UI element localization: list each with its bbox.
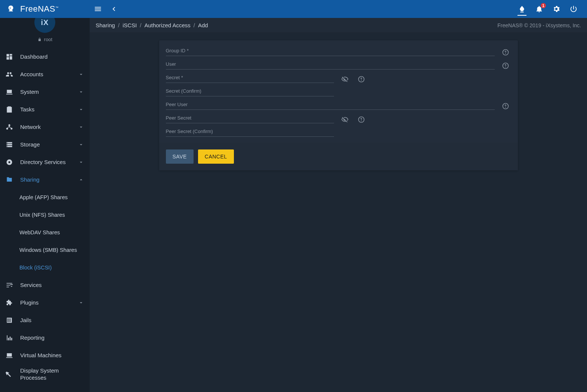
sidebar-item-dashboard[interactable]: Dashboard — [0, 48, 90, 65]
sidebar-item-label: System — [20, 89, 71, 95]
field-row-user: User — [166, 58, 511, 71]
theme-icon[interactable] — [518, 4, 526, 13]
save-button[interactable]: SAVE — [166, 149, 194, 164]
sidebar-item-network[interactable]: Network — [0, 118, 90, 136]
svg-point-1 — [9, 161, 10, 163]
brand-name: FreeNAS™ — [20, 4, 58, 14]
field-label: Peer Secret — [166, 114, 334, 123]
sidebar-subitem-label: Windows (SMB) Shares — [19, 247, 77, 253]
sidebar-item-system[interactable]: System — [0, 83, 90, 101]
topbar-right-controls: 1 — [518, 4, 583, 13]
sharing-icon — [5, 176, 13, 184]
help-icon[interactable] — [500, 62, 511, 70]
chevron-left-icon[interactable] — [109, 4, 118, 13]
plugins-icon — [5, 299, 13, 307]
avatar: iX — [34, 18, 55, 33]
help-icon[interactable] — [356, 116, 367, 123]
brand-logo-icon — [4, 3, 17, 15]
cancel-button[interactable]: CANCEL — [198, 149, 234, 164]
field-row-secret: Secret * — [166, 71, 511, 84]
reporting-icon — [5, 334, 13, 342]
sidebar-subitem-smb[interactable]: Windows (SMB) Shares — [0, 241, 90, 259]
group-id-field[interactable]: Group ID * — [166, 47, 495, 56]
sidebar-subitem-label: Unix (NFS) Shares — [19, 212, 65, 218]
field-row-peer-secret-confirm: Peer Secret (Confirm) — [166, 125, 511, 138]
visibility-off-icon[interactable] — [339, 116, 350, 123]
breadcrumb-part[interactable]: iSCSI — [123, 22, 137, 28]
sidebar-item-label: Directory Services — [20, 159, 71, 165]
sidebar-item-services[interactable]: Services — [0, 276, 90, 294]
chevron-down-icon — [78, 89, 84, 95]
field-row-peer-secret: Peer Secret — [166, 111, 511, 125]
sidebar-item-label: Services — [20, 282, 84, 288]
secret-field[interactable]: Secret * — [166, 74, 334, 83]
sidebar-subitem-afp[interactable]: Apple (AFP) Shares — [0, 188, 90, 206]
chevron-down-icon — [78, 71, 84, 78]
sidebar-item-directory-services[interactable]: Directory Services — [0, 153, 90, 171]
breadcrumb-part[interactable]: Authorized Access — [144, 22, 190, 28]
sidebar-item-storage[interactable]: Storage — [0, 136, 90, 153]
sidebar-subitem-label: Block (iSCSI) — [19, 265, 52, 271]
brand-area: FreeNAS™ — [0, 3, 90, 15]
field-label: Secret (Confirm) — [166, 87, 334, 96]
accounts-icon — [5, 70, 13, 78]
copyright: FreeNAS® © 2019 - iXsystems, Inc. — [497, 22, 581, 28]
breadcrumb-bar: Sharing / iSCSI / Authorized Access / Ad… — [90, 18, 587, 33]
peer-secret-field[interactable]: Peer Secret — [166, 114, 334, 123]
sidebar-item-accounts[interactable]: Accounts — [0, 65, 90, 83]
processes-icon — [5, 370, 13, 379]
help-icon[interactable] — [500, 49, 511, 56]
vm-icon — [5, 351, 13, 359]
sidebar-subitem-iscsi[interactable]: Block (iSCSI) — [0, 259, 90, 276]
sidebar-item-label: Network — [20, 124, 71, 130]
storage-icon — [5, 141, 13, 149]
sidebar-item-label: Display System Processes — [20, 367, 84, 382]
breadcrumb: Sharing / iSCSI / Authorized Access / Ad… — [96, 22, 208, 28]
sidebar: iX root Dashboard Accounts System — [0, 18, 90, 392]
sidebar-item-label: Tasks — [20, 106, 71, 112]
field-row-peer-user: Peer User — [166, 98, 511, 111]
settings-icon[interactable] — [552, 4, 561, 13]
menu-icon[interactable] — [93, 4, 102, 13]
user-field[interactable]: User — [166, 61, 495, 70]
form-actions: SAVE CANCEL — [159, 143, 518, 170]
form-card: Group ID * User — [159, 40, 518, 170]
field-label: Peer Secret (Confirm) — [166, 128, 334, 136]
sidebar-item-tasks[interactable]: Tasks — [0, 101, 90, 118]
sidebar-item-sharing[interactable]: Sharing — [0, 171, 90, 188]
system-icon — [5, 88, 13, 96]
sidebar-item-vms[interactable]: Virtual Machines — [0, 346, 90, 364]
lock-icon — [37, 37, 42, 42]
sidebar-subitem-nfs[interactable]: Unix (NFS) Shares — [0, 206, 90, 223]
breadcrumb-part[interactable]: Sharing — [96, 22, 115, 28]
secret-confirm-field[interactable]: Secret (Confirm) — [166, 87, 334, 96]
notifications-icon[interactable]: 1 — [535, 4, 544, 13]
sidebar-item-processes[interactable]: Display System Processes — [0, 364, 90, 385]
jails-icon — [5, 316, 13, 324]
field-row-group-id: Group ID * — [166, 44, 511, 58]
sidebar-item-jails[interactable]: Jails — [0, 311, 90, 329]
field-label: Peer User — [166, 101, 495, 109]
sidebar-item-reporting[interactable]: Reporting — [0, 329, 90, 346]
user-block: iX root — [0, 18, 90, 48]
peer-user-field[interactable]: Peer User — [166, 101, 495, 110]
peer-secret-confirm-field[interactable]: Peer Secret (Confirm) — [166, 128, 334, 137]
sidebar-subitem-label: WebDAV Shares — [19, 229, 60, 235]
sidebar-subitem-label: Apple (AFP) Shares — [19, 194, 68, 200]
visibility-off-icon[interactable] — [339, 75, 350, 83]
sidebar-item-label: Virtual Machines — [20, 352, 84, 358]
help-icon[interactable] — [500, 102, 511, 110]
help-icon[interactable] — [356, 75, 367, 83]
sidebar-item-label: Accounts — [20, 71, 71, 77]
sidebar-item-label: Jails — [20, 317, 84, 323]
notifications-badge: 1 — [541, 3, 546, 8]
breadcrumb-part: Add — [198, 22, 208, 28]
chevron-down-icon — [78, 124, 84, 130]
dashboard-icon — [5, 53, 13, 61]
topbar-left-controls — [90, 4, 118, 13]
sidebar-item-plugins[interactable]: Plugins — [0, 294, 90, 311]
directory-icon — [5, 158, 13, 166]
sidebar-subitem-webdav[interactable]: WebDAV Shares — [0, 223, 90, 241]
power-icon[interactable] — [569, 4, 578, 13]
field-label: Group ID * — [166, 47, 495, 56]
